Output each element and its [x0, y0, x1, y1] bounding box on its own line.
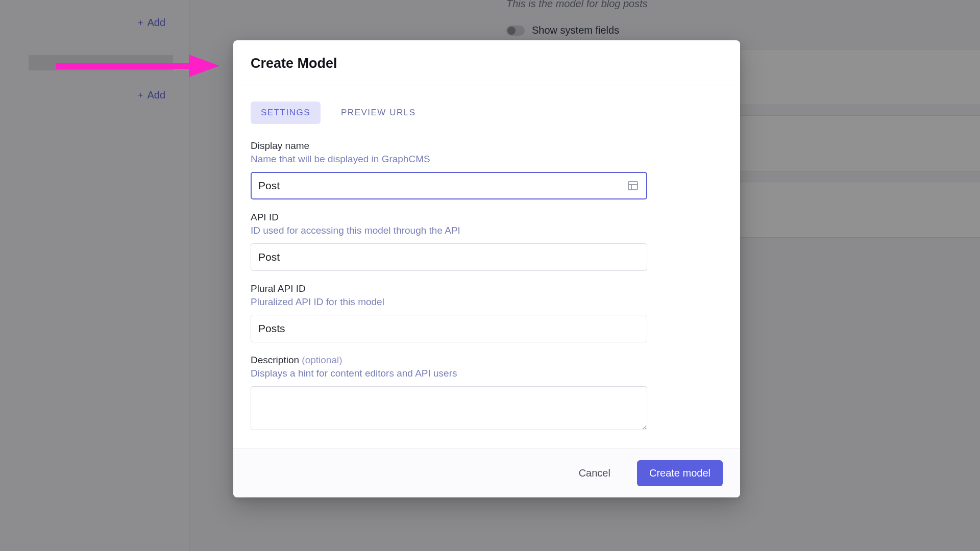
callout-arrow-icon — [56, 54, 219, 78]
modal-tabs: SETTINGS PREVIEW URLS — [251, 102, 723, 124]
tab-settings[interactable]: SETTINGS — [251, 102, 321, 124]
description-input[interactable] — [251, 386, 647, 430]
api-id-label: API ID — [251, 212, 723, 223]
cancel-button[interactable]: Cancel — [567, 460, 623, 486]
create-model-modal: Create Model SETTINGS PREVIEW URLS Displ… — [233, 40, 740, 497]
api-id-input[interactable] — [251, 243, 647, 271]
api-id-hint: ID used for accessing this model through… — [251, 225, 723, 236]
plural-api-id-input[interactable] — [251, 315, 647, 342]
svg-rect-2 — [628, 182, 638, 190]
description-label: Description (optional) — [251, 355, 723, 366]
tab-preview-urls[interactable]: PREVIEW URLS — [331, 102, 426, 124]
modal-body: SETTINGS PREVIEW URLS Display name Name … — [233, 86, 740, 448]
field-description: Description (optional) Displays a hint f… — [251, 355, 723, 432]
description-hint: Displays a hint for content editors and … — [251, 368, 723, 379]
display-name-input-wrap — [251, 172, 647, 199]
plural-api-id-hint: Pluralized API ID for this model — [251, 296, 723, 308]
field-api-id: API ID ID used for accessing this model … — [251, 212, 723, 271]
description-label-text: Description — [251, 355, 299, 365]
create-model-button[interactable]: Create model — [637, 460, 723, 486]
modal-header: Create Model — [233, 40, 740, 86]
display-name-label: Display name — [251, 140, 723, 152]
field-display-name: Display name Name that will be displayed… — [251, 140, 723, 199]
description-optional: (optional) — [302, 355, 342, 365]
display-name-hint: Name that will be displayed in GraphCMS — [251, 154, 723, 165]
form-icon — [627, 180, 639, 192]
plural-api-id-label: Plural API ID — [251, 283, 723, 294]
modal-footer: Cancel Create model — [233, 448, 740, 497]
modal-title: Create Model — [251, 56, 723, 71]
display-name-input[interactable] — [251, 172, 647, 199]
field-plural-api-id: Plural API ID Pluralized API ID for this… — [251, 283, 723, 342]
svg-marker-1 — [189, 55, 219, 77]
